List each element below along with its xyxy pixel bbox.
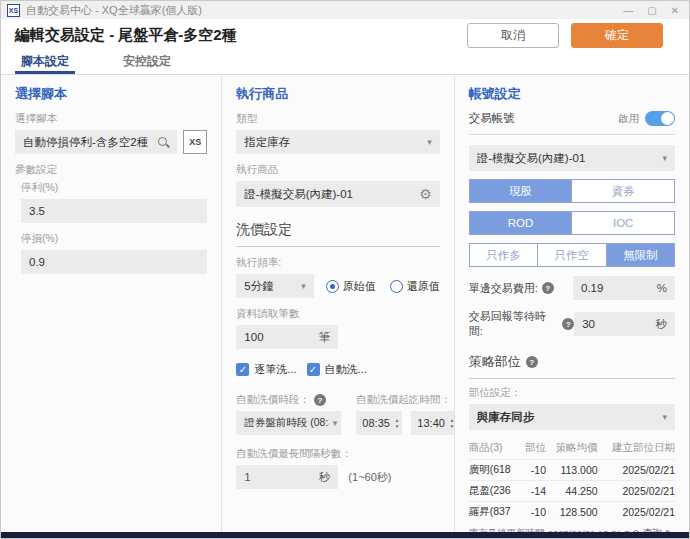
segment-ioc[interactable]: IOC [572,212,674,234]
cell-date: 2025/02/21 [598,502,675,523]
chevron-down-icon: ▾ [333,418,338,428]
segment-margin[interactable]: 資券 [572,180,674,202]
wash-period-label: 自動洗價時段： ? [236,393,348,407]
xs-script-button[interactable]: XS [183,130,207,154]
param-stop-loss-label: 停損(%) [21,232,207,246]
fee-input[interactable]: 0.19 % [573,276,675,300]
range-start-spinner[interactable]: 08:35 ▲ ▼ [356,411,402,435]
cell-avg-price: 44.250 [546,481,598,502]
minimize-icon[interactable]: — [623,5,633,16]
chevron-down-icon: ▾ [662,412,667,422]
type-label: 類型 [236,112,439,126]
frequency-dropdown[interactable]: 5分鐘 ▾ [236,274,313,298]
max-interval-label: 自動洗價最長間隔秒數： [236,447,439,461]
cell-position: -10 [520,502,546,523]
content-area: 選擇腳本 選擇腳本 自動停損停利-含多空2種 XS 參數設定 停利(%) 3.5… [1,75,689,536]
gear-icon[interactable]: ⚙ [419,187,432,201]
position-table: 商品(3) 部位 策略均價 建立部位日期 廣明(618 -10 113.000 … [469,439,675,522]
help-icon[interactable]: ? [542,282,554,294]
account-section-title: 帳號設定 [469,85,675,103]
help-icon[interactable]: ? [526,356,538,368]
radio-restored-label: 還原值 [407,279,440,294]
max-interval-input[interactable]: 1 秒 [236,465,338,489]
table-row: 昆盈(236 -14 44.250 2025/02/21 [469,481,675,502]
maximize-icon[interactable]: ▢ [647,5,656,16]
cell-position: -10 [520,460,546,481]
checkbox-icon: ✓ [236,363,249,376]
rows-count-label: 資料讀取筆數 [236,307,439,321]
spin-up-icon[interactable]: ▲ [449,418,454,423]
script-panel: 選擇腳本 選擇腳本 自動停損停利-含多空2種 XS 參數設定 停利(%) 3.5… [1,75,222,536]
wash-period-dropdown[interactable]: 證券盤前時段 (08:35 ▾ [236,411,341,435]
rows-count-value: 100 [244,331,315,343]
fee-unit: % [657,282,667,294]
col-date: 建立部位日期 [598,439,675,460]
radio-dot-icon [326,280,339,293]
script-section-title: 選擇腳本 [15,85,207,103]
product-section-title: 執行商品 [236,85,439,103]
tab-security-settings[interactable]: 安控設定 [117,51,177,74]
frequency-label: 執行頻率: [236,256,439,270]
segment-short-only[interactable]: 只作空 [538,244,606,266]
product-input[interactable]: 證-模擬交易(內建)-01 ⚙ [236,181,439,207]
search-icon[interactable] [158,137,169,148]
spin-up-icon[interactable]: ▲ [394,418,399,423]
param-take-profit-label: 停利(%) [21,181,207,195]
confirm-button[interactable]: 確定 [571,23,663,48]
tab-script-settings[interactable]: 腳本設定 [15,51,75,74]
help-icon[interactable]: ? [562,318,574,330]
account-dropdown[interactable]: 證-模擬交易(內建)-01 ▾ [469,145,675,171]
cell-position: -14 [520,481,546,502]
radio-dot-icon [390,280,403,293]
enable-label: 啟用 [618,112,639,126]
col-product: 商品(3) [469,439,521,460]
help-icon[interactable]: ? [314,394,326,406]
segment-unlimited[interactable]: 無限制 [607,244,674,266]
max-interval-unit: 秒 [319,470,331,485]
segment-cash-stock[interactable]: 現股 [470,180,573,202]
checkbox-auto-wash[interactable]: ✓ 自動洗... [307,362,367,377]
rows-count-input[interactable]: 100 筆 [236,325,338,349]
checkbox-auto-wash-label: 自動洗... [325,362,367,377]
range-end-spinner[interactable]: 13:40 ▲ ▼ [411,411,454,435]
checkbox-icon: ✓ [307,363,320,376]
window-title: 自動交易中心 - XQ全球贏家(個人版) [26,3,202,18]
radio-restored-value[interactable]: 還原值 [390,279,440,294]
position-setting-value: 與庫存同步 [477,410,659,425]
col-position: 部位 [520,439,546,460]
spin-down-icon[interactable]: ▼ [449,424,454,429]
param-stop-loss-input[interactable]: 0.9 [21,250,207,274]
report-wait-input[interactable]: 30 秒 [574,312,675,336]
enable-toggle[interactable] [645,111,675,126]
frequency-value: 5分鐘 [244,279,297,294]
script-search-input[interactable]: 自動停損停利-含多空2種 [15,130,177,154]
segment-long-only[interactable]: 只作多 [470,244,538,266]
account-panel: 帳號設定 交易帳號 啟用 證-模擬交易(內建)-01 ▾ 現股 資券 ROD I… [455,75,689,536]
app-logo-icon: XS [7,4,20,17]
segment-rod[interactable]: ROD [470,212,573,234]
col-avg-price: 策略均價 [546,439,598,460]
range-end-value: 13:40 [417,417,449,429]
max-interval-value: 1 [244,471,315,483]
product-value: 證-模擬交易(內建)-01 [244,187,419,202]
window-bottom-edge [1,532,689,538]
checkbox-tick-wash[interactable]: ✓ 逐筆洗... [236,362,296,377]
cancel-button[interactable]: 取消 [467,23,559,48]
checkbox-tick-wash-label: 逐筆洗... [254,362,296,377]
cell-date: 2025/02/21 [598,460,675,481]
segment-order-type: ROD IOC [469,211,675,235]
close-icon[interactable]: ✕ [671,5,679,16]
cell-product: 昆盈(236 [469,481,521,502]
chevron-down-icon: ▾ [427,137,432,147]
param-take-profit-input[interactable]: 3.5 [21,199,207,223]
position-section-title: 策略部位 ? [469,353,675,379]
table-header-row: 商品(3) 部位 策略均價 建立部位日期 [469,439,675,460]
radio-original-value[interactable]: 原始值 [326,279,376,294]
type-dropdown[interactable]: 指定庫存 ▾ [236,130,439,154]
interval-hint: (1~60秒) [348,470,391,485]
position-setting-dropdown[interactable]: 與庫存同步 ▾ [469,404,675,430]
spin-down-icon[interactable]: ▼ [394,424,399,429]
cell-product: 廣明(618 [469,460,521,481]
rows-count-unit: 筆 [319,330,331,345]
product-label: 執行商品 [236,163,439,177]
